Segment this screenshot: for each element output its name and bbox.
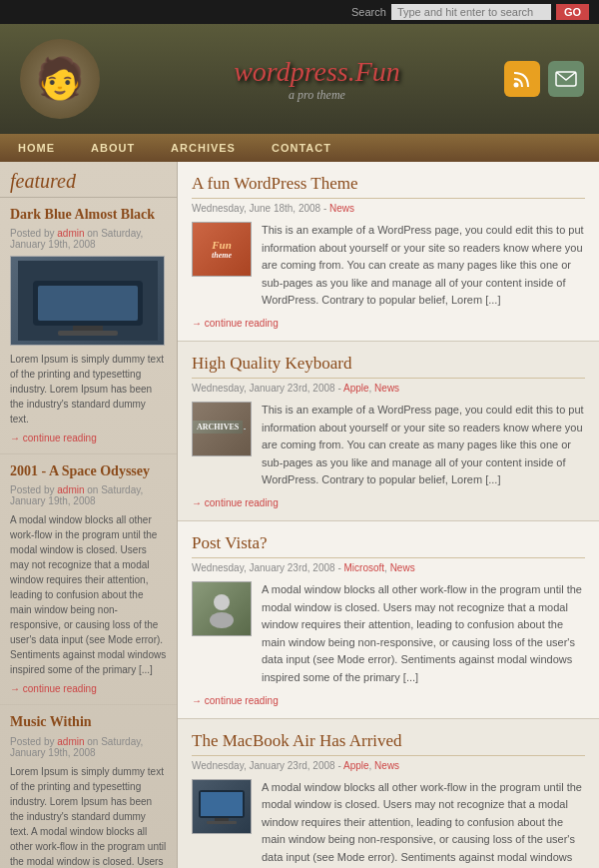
post-2: High Quality Keyboard Wednesday, January… bbox=[178, 342, 599, 521]
nav-archives[interactable]: ARCHIVES bbox=[153, 134, 254, 162]
sidebar-post-text-3: Lorem Ipsum is simply dummy text of the … bbox=[10, 764, 167, 868]
post-category-3a[interactable]: Microsoft bbox=[344, 562, 385, 573]
sidebar-continue-1[interactable]: → continue reading bbox=[10, 433, 97, 443]
content-area: featured Dark Blue Almost Black Posted b… bbox=[0, 162, 599, 868]
sidebar-post-meta-3: Posted by admin on Saturday, January 19t… bbox=[10, 736, 167, 758]
sidebar-post-meta-2: Posted by admin on Saturday, January 19t… bbox=[10, 484, 167, 506]
svg-point-0 bbox=[514, 83, 519, 88]
post-meta-2: Wednesday, January 23rd, 2008 - Apple, N… bbox=[192, 383, 585, 394]
post-thumb-1: Funtheme bbox=[192, 222, 252, 277]
svg-rect-14 bbox=[207, 821, 237, 824]
post-category-4b[interactable]: News bbox=[374, 760, 399, 771]
sidebar-post-text-2: A modal window blocks all other work-flo… bbox=[10, 512, 167, 677]
featured-title: featured bbox=[0, 162, 177, 198]
post-excerpt-3: A modal window blocks all other work-flo… bbox=[262, 581, 585, 687]
sidebar-author-2[interactable]: admin bbox=[57, 484, 84, 495]
svg-point-10 bbox=[210, 612, 234, 628]
mail-icon[interactable] bbox=[548, 61, 584, 97]
post-category-4a[interactable]: Apple bbox=[343, 760, 369, 771]
post-thumb-2: ARCHIVES ⌨️ bbox=[192, 402, 252, 456]
sidebar-post-title-1[interactable]: Dark Blue Almost Black bbox=[10, 206, 167, 224]
post-continue-3[interactable]: → continue reading bbox=[192, 695, 585, 706]
sidebar-post-title-2[interactable]: 2001 - A Space Odyssey bbox=[10, 462, 167, 480]
svg-rect-4 bbox=[38, 286, 138, 321]
post-meta-1: Wednesday, June 18th, 2008 - News bbox=[192, 203, 585, 214]
post-excerpt-2: This is an example of a WordPress page, … bbox=[262, 402, 585, 489]
sidebar-post-2: 2001 - A Space Odyssey Posted by admin o… bbox=[0, 454, 177, 705]
logo-tagline: a pro theme bbox=[130, 88, 504, 103]
post-excerpt-4: A modal window blocks all other work-flo… bbox=[262, 779, 585, 869]
header: 🧑 wordpress.Fun a pro theme bbox=[0, 24, 599, 134]
rss-icon[interactable] bbox=[504, 61, 540, 97]
post-category-2a[interactable]: Apple bbox=[343, 383, 369, 394]
nav-contact[interactable]: CONTACT bbox=[254, 134, 349, 162]
post-category-1[interactable]: News bbox=[329, 203, 354, 214]
sidebar-author-1[interactable]: admin bbox=[57, 228, 84, 239]
post-thumb-3 bbox=[192, 581, 252, 636]
search-label: Search bbox=[351, 6, 386, 18]
header-character: 🧑 bbox=[10, 29, 130, 129]
logo-text: wordpress.Fun bbox=[130, 56, 504, 88]
post-3: Post Vista? Wednesday, January 23rd, 200… bbox=[178, 521, 599, 719]
search-button[interactable]: GO bbox=[556, 4, 589, 20]
post-category-2b[interactable]: News bbox=[374, 383, 399, 394]
navigation: HOME ABOUT ARCHIVES CONTACT bbox=[0, 134, 599, 162]
svg-rect-12 bbox=[201, 792, 243, 816]
sidebar-post-image-1 bbox=[10, 256, 165, 346]
main-content: A fun WordPress Theme Wednesday, June 18… bbox=[178, 162, 599, 868]
sidebar-post-meta-1: Posted by admin on Saturday, January 19t… bbox=[10, 228, 167, 250]
svg-rect-6 bbox=[58, 331, 118, 336]
sidebar-post-text-1: Lorem Ipsum is simply dummy text of the … bbox=[10, 352, 167, 427]
post-category-3b[interactable]: News bbox=[390, 562, 415, 573]
sidebar-author-3[interactable]: admin bbox=[57, 736, 84, 747]
nav-home[interactable]: HOME bbox=[0, 134, 73, 162]
post-4: The MacBook Air Has Arrived Wednesday, J… bbox=[178, 719, 599, 869]
nav-about[interactable]: ABOUT bbox=[73, 134, 153, 162]
sidebar-post-1: Dark Blue Almost Black Posted by admin o… bbox=[0, 198, 177, 454]
sidebar: featured Dark Blue Almost Black Posted b… bbox=[0, 162, 178, 868]
post-continue-2[interactable]: → continue reading bbox=[192, 497, 585, 508]
sidebar-post-title-3[interactable]: Music Within bbox=[10, 713, 167, 731]
svg-point-9 bbox=[214, 594, 230, 610]
sidebar-post-3: Music Within Posted by admin on Saturday… bbox=[0, 705, 177, 868]
site-logo: wordpress.Fun a pro theme bbox=[130, 56, 504, 103]
search-bar: Search GO bbox=[0, 0, 599, 24]
search-input[interactable] bbox=[391, 4, 551, 20]
sidebar-continue-2[interactable]: → continue reading bbox=[10, 683, 97, 694]
post-meta-3: Wednesday, January 23rd, 2008 - Microsof… bbox=[192, 562, 585, 573]
post-title-2[interactable]: High Quality Keyboard bbox=[192, 354, 585, 379]
post-title-3[interactable]: Post Vista? bbox=[192, 533, 585, 558]
post-meta-4: Wednesday, January 23rd, 2008 - Apple, N… bbox=[192, 760, 585, 771]
post-title-1[interactable]: A fun WordPress Theme bbox=[192, 174, 585, 199]
post-excerpt-1: This is an example of a WordPress page, … bbox=[262, 222, 585, 310]
post-title-4[interactable]: The MacBook Air Has Arrived bbox=[192, 731, 585, 756]
post-1: A fun WordPress Theme Wednesday, June 18… bbox=[178, 162, 599, 342]
post-continue-1[interactable]: → continue reading bbox=[192, 318, 585, 329]
header-icons bbox=[504, 61, 599, 97]
post-thumb-4 bbox=[192, 779, 252, 834]
